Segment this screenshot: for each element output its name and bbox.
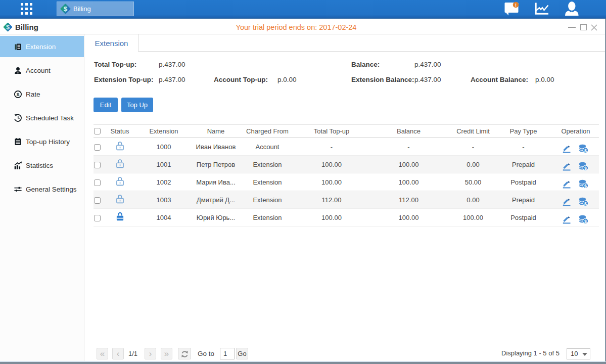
svg-text:$: $ [6,24,10,31]
svg-text:$: $ [584,148,587,153]
svg-text:!: ! [515,3,517,8]
svg-text:$: $ [584,219,587,224]
svg-text:$: $ [17,92,20,97]
svg-text:$: $ [584,201,587,206]
svg-text:$: $ [64,5,68,13]
svg-text:$: $ [584,166,587,171]
svg-text:$: $ [584,184,587,189]
